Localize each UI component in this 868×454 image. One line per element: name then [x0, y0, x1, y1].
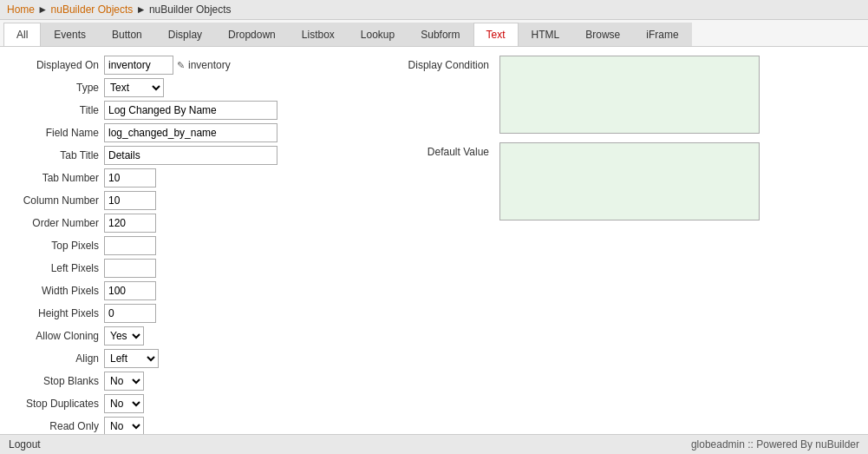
tab-number-row: Tab Number	[9, 168, 373, 188]
type-row: Type Text Number Date Email	[9, 78, 373, 97]
type-control: Text Number Date Email	[104, 78, 373, 97]
breadcrumb-sep1: ►	[37, 3, 48, 16]
height-pixels-label: Height Pixels	[9, 307, 104, 319]
top-pixels-label: Top Pixels	[9, 240, 104, 252]
tab-text[interactable]: Text	[473, 23, 519, 46]
left-pixels-label: Left Pixels	[9, 262, 104, 274]
tab-lookup[interactable]: Lookup	[348, 23, 408, 46]
tab-number-label: Tab Number	[9, 172, 104, 184]
allow-cloning-label: Allow Cloning	[9, 330, 104, 342]
displayed-on-input[interactable]	[104, 56, 173, 75]
title-row: Title	[9, 101, 373, 120]
tab-events[interactable]: Events	[41, 23, 99, 46]
tab-dropdown[interactable]: Dropdown	[215, 23, 289, 46]
title-input[interactable]	[104, 101, 277, 120]
read-only-control: No Yes	[104, 417, 373, 436]
order-number-control	[104, 214, 373, 233]
height-pixels-control	[104, 304, 373, 323]
form-panel: Displayed On ✎ inventory Type Text Numbe…	[9, 56, 373, 439]
allow-cloning-row: Allow Cloning Yes No	[9, 326, 373, 345]
column-number-row: Column Number	[9, 191, 373, 210]
default-value-label: Default Value	[390, 142, 494, 158]
tab-button[interactable]: Button	[99, 23, 155, 46]
right-panel: Display Condition Default Value	[390, 56, 859, 439]
displayed-on-label: Displayed On	[9, 59, 104, 71]
field-name-control	[104, 123, 373, 142]
footer: Logout globeadmin :: Powered By nuBuilde…	[0, 434, 868, 448]
display-condition-label: Display Condition	[390, 56, 494, 71]
tab-title-input[interactable]	[104, 146, 277, 165]
read-only-label: Read Only	[9, 420, 104, 432]
tab-title-control	[104, 146, 373, 165]
align-label: Align	[9, 352, 104, 365]
tab-bar: All Events Button Display Dropdown Listb…	[0, 20, 868, 47]
column-number-input[interactable]	[104, 191, 156, 210]
column-number-control	[104, 191, 373, 210]
title-label: Title	[9, 104, 104, 116]
breadcrumb-sep2: ►	[136, 3, 147, 16]
left-pixels-input[interactable]	[104, 259, 156, 278]
powered-by: globeadmin :: Powered By nuBuilder	[691, 438, 859, 448]
type-select[interactable]: Text Number Date Email	[104, 78, 164, 97]
allow-cloning-select[interactable]: Yes No	[104, 326, 144, 345]
stop-duplicates-control: No Yes	[104, 394, 373, 413]
tab-number-control	[104, 168, 373, 188]
displayed-on-row: Displayed On ✎ inventory	[9, 56, 373, 75]
stop-duplicates-label: Stop Duplicates	[9, 398, 104, 410]
height-pixels-row: Height Pixels	[9, 304, 373, 323]
top-pixels-control	[104, 236, 373, 255]
field-name-row: Field Name	[9, 123, 373, 142]
tab-number-input[interactable]	[104, 168, 156, 188]
tab-subform[interactable]: Subform	[408, 23, 473, 46]
field-name-input[interactable]	[104, 123, 277, 142]
logout-link[interactable]: Logout	[9, 438, 41, 448]
stop-blanks-label: Stop Blanks	[9, 375, 104, 387]
breadcrumb-home[interactable]: Home	[7, 3, 35, 16]
height-pixels-input[interactable]	[104, 304, 156, 323]
stop-duplicates-select[interactable]: No Yes	[104, 394, 144, 413]
type-label: Type	[9, 82, 104, 94]
stop-blanks-row: Stop Blanks No Yes	[9, 372, 373, 391]
title-control	[104, 101, 373, 120]
stop-blanks-select[interactable]: No Yes	[104, 372, 144, 391]
order-number-row: Order Number	[9, 214, 373, 233]
tab-iframe[interactable]: iFrame	[633, 23, 691, 46]
edit-icon: ✎	[177, 60, 185, 71]
top-pixels-input[interactable]	[104, 236, 156, 255]
top-pixels-row: Top Pixels	[9, 236, 373, 255]
tab-listbox[interactable]: Listbox	[289, 23, 348, 46]
display-condition-section: Display Condition	[390, 56, 859, 134]
column-number-label: Column Number	[9, 194, 104, 207]
width-pixels-input[interactable]	[104, 281, 156, 300]
width-pixels-label: Width Pixels	[9, 285, 104, 297]
tab-display[interactable]: Display	[155, 23, 215, 46]
field-name-label: Field Name	[9, 127, 104, 139]
breadcrumb-link1[interactable]: nuBuilder Objects	[51, 3, 134, 16]
stop-duplicates-row: Stop Duplicates No Yes	[9, 394, 373, 413]
breadcrumb-current: nuBuilder Objects	[149, 3, 232, 16]
left-pixels-control	[104, 259, 373, 278]
tab-browse[interactable]: Browse	[572, 23, 633, 46]
align-select[interactable]: Left Center Right	[104, 349, 159, 368]
displayed-on-control: ✎ inventory	[104, 56, 373, 75]
width-pixels-row: Width Pixels	[9, 281, 373, 300]
stop-blanks-control: No Yes	[104, 372, 373, 391]
main-content: Displayed On ✎ inventory Type Text Numbe…	[0, 47, 868, 448]
align-row: Align Left Center Right	[9, 349, 373, 368]
tab-title-row: Tab Title	[9, 146, 373, 165]
order-number-label: Order Number	[9, 217, 104, 229]
allow-cloning-control: Yes No	[104, 326, 373, 345]
default-value-textarea[interactable]	[499, 142, 760, 220]
tab-all[interactable]: All	[3, 23, 41, 46]
read-only-row: Read Only No Yes	[9, 417, 373, 436]
tab-html[interactable]: HTML	[519, 23, 573, 46]
order-number-input[interactable]	[104, 214, 156, 233]
displayed-on-text: inventory	[188, 59, 231, 71]
breadcrumb: Home ► nuBuilder Objects ► nuBuilder Obj…	[0, 0, 868, 20]
read-only-select[interactable]: No Yes	[104, 417, 144, 436]
width-pixels-control	[104, 281, 373, 300]
tab-title-label: Tab Title	[9, 149, 104, 161]
align-control: Left Center Right	[104, 349, 373, 368]
left-pixels-row: Left Pixels	[9, 259, 373, 278]
display-condition-textarea[interactable]	[499, 56, 760, 134]
